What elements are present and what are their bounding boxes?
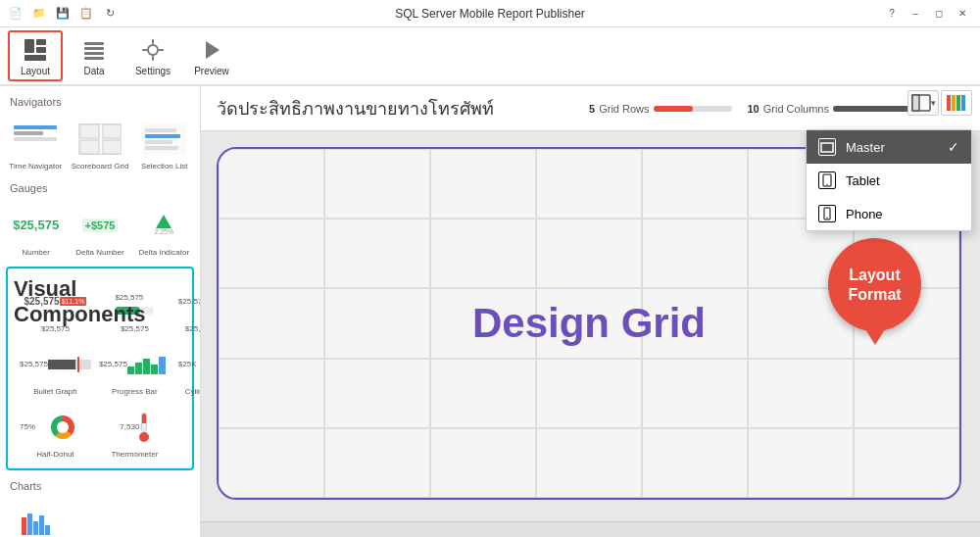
vc-bullet-label: Bullet Graph (20, 387, 91, 396)
save-icon[interactable]: 💾 (55, 6, 71, 22)
color-palette-button[interactable] (941, 90, 972, 116)
dropdown-master[interactable]: Master ✓ (807, 130, 971, 164)
svg-point-8 (148, 45, 158, 55)
grid-cell (430, 359, 536, 428)
phone-label: Phone (846, 207, 883, 221)
vc-number-item[interactable]: $25,575 $11.1% $25,575 (18, 276, 93, 335)
new-icon[interactable]: 📄 (8, 6, 24, 22)
grid-cell (748, 428, 854, 498)
grid-cell (430, 149, 536, 219)
vc-cylinder-preview: $25,575 (178, 278, 201, 324)
vc-progress-item[interactable]: $25,575 $25,575 (97, 276, 172, 335)
title-bar: 📄 📁 💾 📋 ↻ SQL Server Mobile Report Publi… (0, 0, 980, 27)
scoreboard-preview (72, 116, 129, 162)
grid-cell (324, 219, 430, 288)
bottom-scrollbar[interactable] (201, 521, 980, 537)
vc-number-label: $25,575 (20, 324, 91, 333)
grid-cell (536, 288, 642, 358)
visual-components-grid: $25,575 $11.1% $25,575 $25,575 $25,575 (12, 272, 188, 464)
preview-button[interactable]: Preview (184, 30, 239, 81)
layout-dropdown: Master ✓ Tablet (806, 129, 972, 231)
time-navigator-label: Time Navigator (8, 162, 64, 171)
restore-button[interactable]: ◻ (929, 6, 949, 22)
grid-cols-slider[interactable] (833, 106, 911, 112)
layout-format-button[interactable]: ▾ (907, 90, 939, 116)
grid-rows-control: 5 Grid Rows (589, 103, 731, 115)
svg-rect-24 (821, 143, 833, 152)
dropdown-phone[interactable]: Phone (807, 197, 971, 230)
svg-rect-0 (24, 39, 34, 53)
vc-bullet-item[interactable]: $25,575 Bullet Graph (18, 339, 93, 398)
grid-columns-control: 10 Grid Columns (748, 103, 912, 115)
svg-rect-9 (152, 39, 154, 44)
main-area: Navigators Time Navigator (0, 86, 980, 537)
number-value: $25,575 (13, 218, 59, 232)
grid-cols-fill (833, 106, 911, 112)
grid-rows-fill (654, 106, 693, 112)
delta-number-preview: +$575 (72, 202, 127, 248)
scoreboard-item[interactable]: Scoreboard Grid (70, 114, 131, 172)
grid-cell (219, 219, 324, 288)
delta-indicator-item[interactable]: 2.25% Delta Indicator (134, 200, 194, 259)
preview-label: Preview (194, 66, 229, 76)
layout-button[interactable]: Layout (8, 30, 63, 81)
layout-icon (22, 36, 49, 64)
svg-rect-19 (912, 95, 919, 111)
grid-cell (536, 359, 642, 428)
number-gauge-item[interactable]: $25,575 Number (6, 200, 66, 259)
chart-item-1[interactable]: Bar Chart (6, 498, 66, 537)
vc-progress2-label: Progress Bar (99, 387, 171, 396)
vc-progress-label: $25,575 (99, 324, 171, 333)
close-button[interactable]: ✕ (953, 6, 972, 22)
help-button[interactable]: ? (882, 6, 902, 22)
settings-label: Settings (135, 66, 171, 76)
report-title: วัดประสิทธิภาพงานขายทางโทรศัพท์ (217, 94, 494, 122)
thermometer-item[interactable]: 7,530 Thermometer (97, 402, 172, 461)
selection-list-preview (136, 116, 192, 162)
svg-rect-21 (952, 95, 956, 111)
grid-cell (854, 428, 959, 498)
layout-format-callout: LayoutFormat (828, 238, 921, 331)
grid-cell (219, 149, 324, 219)
selection-list-item[interactable]: Selection List (134, 114, 194, 172)
grid-cell (324, 428, 430, 498)
left-panel: Navigators Time Navigator (0, 86, 201, 537)
svg-point-28 (826, 218, 828, 220)
svg-rect-20 (947, 95, 951, 111)
svg-rect-17 (103, 140, 121, 154)
vc-cyl2-preview: $25K (178, 341, 201, 387)
time-navigator-preview (8, 116, 64, 162)
grid-cols-label: Grid Columns (763, 103, 829, 115)
delta-number-item[interactable]: +$575 Delta Number (70, 200, 129, 259)
grid-rows-slider[interactable] (654, 106, 732, 112)
grid-cell (642, 149, 748, 219)
dropdown-tablet[interactable]: Tablet (807, 164, 971, 197)
svg-rect-23 (961, 95, 965, 111)
chart-preview-1 (8, 500, 64, 537)
undo-icon[interactable]: ↻ (102, 6, 118, 22)
vc-cylinder-item[interactable]: $25,575 $25,575 (176, 276, 201, 335)
svg-rect-16 (80, 140, 99, 154)
minimize-button[interactable]: – (906, 6, 925, 22)
grid-controls: 5 Grid Rows 10 Grid Columns (589, 103, 911, 115)
gauges-title: Gauges (0, 176, 200, 196)
half-donut-item[interactable]: 75% Half-Donut (18, 402, 93, 461)
charts-title: Charts (0, 474, 200, 494)
vc-cyl2-item[interactable]: $25K Cylinder (176, 339, 201, 398)
saveas-icon[interactable]: 📋 (78, 6, 94, 22)
vc-cyl2-label: Cylinder (178, 387, 201, 396)
data-button[interactable]: Data (67, 30, 122, 81)
grid-rows-value: 5 (589, 103, 595, 115)
time-navigator-item[interactable]: Time Navigator (6, 114, 66, 172)
svg-rect-14 (80, 124, 99, 138)
title-bar-icons: 📄 📁 💾 📋 ↻ (8, 6, 118, 22)
preview-icon (198, 36, 225, 64)
svg-rect-1 (36, 39, 46, 45)
grid-cell (642, 288, 748, 358)
open-icon[interactable]: 📁 (31, 6, 47, 22)
vc-progress-preview: $25,575 (99, 278, 171, 324)
svg-rect-22 (956, 95, 960, 111)
settings-button[interactable]: Settings (125, 30, 180, 81)
selection-list-label: Selection List (136, 162, 192, 171)
vc-progress2-item[interactable]: $25,575 Progress Bar (97, 339, 172, 398)
